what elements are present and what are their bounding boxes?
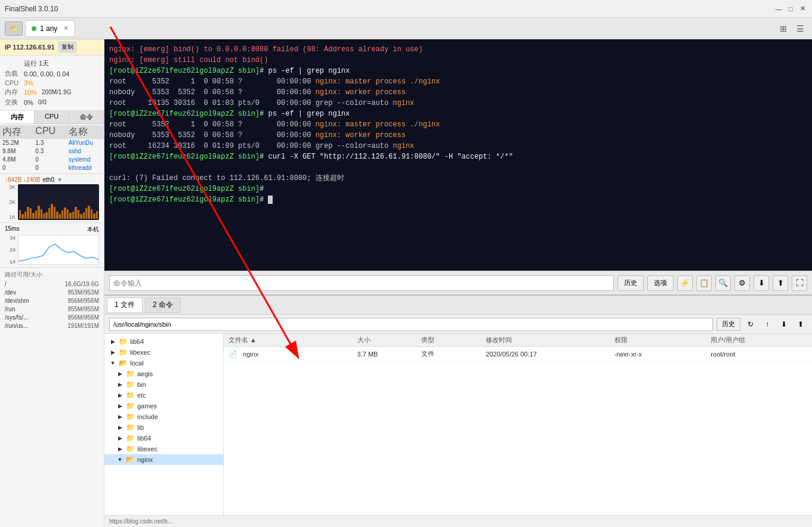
disk-row-6[interactable]: /run/us... 191M/191M xyxy=(0,322,104,330)
disk-header: 路径 可用/大小 xyxy=(0,270,104,280)
tree-item-libexec-sub[interactable]: ▶ 📁 libexec xyxy=(104,444,223,454)
proc-cpu-2: 0.3 xyxy=(35,148,68,154)
folder-icon: 📁 xyxy=(126,402,135,410)
upload-icon[interactable]: ⬆ xyxy=(773,275,788,291)
tree-item-libexec[interactable]: ▶ 📁 libexec xyxy=(104,347,223,358)
grid-view-button[interactable]: ⊞ xyxy=(776,21,791,36)
col-user-header[interactable]: 用户/用户组 xyxy=(711,336,807,345)
disk-path-1: / xyxy=(5,281,65,287)
disk-size-3: 956M/956M xyxy=(67,297,99,304)
tree-item-lib64[interactable]: ▶ 📁 lib64 xyxy=(104,336,223,347)
lightning-icon[interactable]: ⚡ xyxy=(677,275,693,291)
tree-item-lib[interactable]: ▶ 📁 lib xyxy=(104,422,223,433)
download-file-icon[interactable]: ⬇ xyxy=(777,318,791,331)
tab-bar: 📂 1 any ✕ ⊞ ☰ xyxy=(0,18,812,39)
minimize-button[interactable]: — xyxy=(774,4,783,14)
disk-row-2[interactable]: /dev 953M/953M xyxy=(0,289,104,297)
tree-item-lib64-sub[interactable]: ▶ 📁 lib64 xyxy=(104,433,223,444)
tab-memory[interactable]: 内存 xyxy=(0,111,35,123)
tree-item-local[interactable]: ▼ 📂 local xyxy=(104,358,223,368)
network-graph xyxy=(18,184,99,220)
proc-row-1[interactable]: 25.2M 1.3 AliYunDu xyxy=(0,139,104,147)
upload-file-icon[interactable]: ⬆ xyxy=(794,318,807,331)
proc-row-2[interactable]: 9.8M 0.3 sshd xyxy=(0,147,104,156)
history-button[interactable]: 历史 xyxy=(618,275,644,291)
disk-row-1[interactable]: / 16.6G/19.6G xyxy=(0,280,104,289)
term-line-2: nginx: [emerg] still could not bind() xyxy=(109,55,807,66)
tab-1[interactable]: 1 any ✕ xyxy=(25,20,75,37)
sidebar: IP 112.126.61.91 复制 运行 1天 负载 0.00, 0.00,… xyxy=(0,39,104,527)
disk-section: 路径 可用/大小 / 16.6G/19.6G /dev 953M/953M /d… xyxy=(0,268,104,527)
command-input[interactable] xyxy=(109,275,614,291)
tree-label-local: local xyxy=(130,359,144,367)
ip-section: IP 112.126.61.91 复制 xyxy=(0,39,104,55)
file-path-input[interactable] xyxy=(109,318,713,331)
status-url: https://blog.csdn.net/b... xyxy=(109,518,172,525)
file-size-nginx: 3.7 MB xyxy=(357,351,422,358)
lat-host: 本机 xyxy=(87,225,99,234)
search-icon[interactable]: 🔍 xyxy=(715,275,731,291)
col-type-header[interactable]: 类型 xyxy=(421,336,486,345)
disk-row-5[interactable]: /sys/fs/... 956M/956M xyxy=(0,314,104,322)
proc-row-4[interactable]: 0 0 kthreadd xyxy=(0,164,104,172)
tree-item-games[interactable]: ▶ 📁 games xyxy=(104,401,223,411)
tab-cpu[interactable]: CPU xyxy=(35,111,69,123)
file-type-nginx: 文件 xyxy=(421,349,486,358)
net-bars xyxy=(18,184,99,220)
lat-y2: 24 xyxy=(5,247,16,253)
new-tab-button[interactable]: 📂 xyxy=(5,21,23,36)
tree-item-include[interactable]: ▶ 📁 include xyxy=(104,411,223,422)
expand-icon: ▶ xyxy=(109,339,116,345)
tree-item-nginx[interactable]: ▼ 📂 nginx xyxy=(104,454,223,465)
maximize-terminal-icon[interactable]: ⛶ xyxy=(792,275,807,291)
refresh-icon[interactable]: ↻ xyxy=(744,318,757,331)
file-list: 文件名 ▲ 大小 类型 修改时间 权限 用户/用户组 📄 nginx 3.7 M… xyxy=(224,334,812,515)
tree-label-etc: etc xyxy=(137,392,146,399)
col-size-header[interactable]: 大小 xyxy=(357,336,422,345)
tab-close-button[interactable]: ✕ xyxy=(63,24,69,32)
disk-row-3[interactable]: /dev/shm 956M/956M xyxy=(0,297,104,305)
term-line-13: curl: (7) Failed connect to 112.126.61.9… xyxy=(109,173,807,184)
file-tab-1[interactable]: 1 文件 xyxy=(107,297,143,313)
copy-ip-button[interactable]: 复制 xyxy=(58,42,76,52)
file-row-nginx[interactable]: 📄 nginx 3.7 MB 文件 2020/05/26 00:17 -rwxr… xyxy=(224,347,812,361)
col-date-header[interactable]: 修改时间 xyxy=(486,336,615,345)
term-line-3: [root@iZ2ze67ifeuz62igol9apzZ sbin]# ps … xyxy=(109,66,807,76)
folder-icon: 📁 xyxy=(126,434,135,442)
file-icon-nginx: 📄 xyxy=(229,350,237,358)
file-name-nginx: 📄 nginx xyxy=(229,350,357,358)
proc-cpu-header: CPU xyxy=(35,126,68,138)
options-button[interactable]: 选项 xyxy=(647,275,674,291)
settings-icon[interactable]: ⚙ xyxy=(734,275,750,291)
net-dropdown-icon[interactable]: ▼ xyxy=(57,176,63,183)
col-perm-header[interactable]: 权限 xyxy=(615,336,711,345)
col-name-header[interactable]: 文件名 ▲ xyxy=(229,336,357,345)
disk-row-4[interactable]: /run 955M/955M xyxy=(0,305,104,314)
load-label: 负载 xyxy=(5,69,21,78)
maximize-button[interactable]: □ xyxy=(786,4,795,14)
copy-icon[interactable]: 📋 xyxy=(696,275,712,291)
expand-icon: ▶ xyxy=(116,371,124,377)
terminal-cursor xyxy=(268,196,273,204)
system-stats: 运行 1天 负载 0.00, 0.00, 0.04 CPU 3% 内存 10% … xyxy=(0,55,104,111)
mem-detail: 200M/1.9G xyxy=(42,89,71,95)
tree-label-libexec: libexec xyxy=(130,349,150,356)
download-icon[interactable]: ⬇ xyxy=(754,275,769,291)
tree-item-etc[interactable]: ▶ 📁 etc xyxy=(104,390,223,401)
close-button[interactable]: ✕ xyxy=(798,4,807,14)
command-bar: 历史 选项 ⚡ 📋 🔍 ⚙ ⬇ ⬆ ⛶ xyxy=(104,271,812,294)
parent-dir-icon[interactable]: ↑ xyxy=(761,318,774,331)
proc-mem-4: 0 xyxy=(2,165,35,171)
disk-path-4: /run xyxy=(5,306,67,312)
terminal[interactable]: nginx: [emerg] bind() to 0.0.0.0:8080 fa… xyxy=(104,39,812,271)
proc-row-3[interactable]: 4.8M 0 systemd xyxy=(0,156,104,164)
tab-command[interactable]: 命令 xyxy=(69,111,104,123)
file-history-button[interactable]: 历史 xyxy=(717,318,740,331)
menu-button[interactable]: ☰ xyxy=(793,21,807,36)
expand-icon: ▶ xyxy=(116,424,124,430)
file-tab-2[interactable]: 2 命令 xyxy=(145,297,181,313)
tree-item-bin[interactable]: ▶ 📁 bin xyxy=(104,379,223,390)
title-bar: FinalShell 3.0.10 — □ ✕ xyxy=(0,0,812,18)
lat-value: 15ms xyxy=(5,225,19,234)
tree-item-aegis[interactable]: ▶ 📁 aegis xyxy=(104,368,223,379)
